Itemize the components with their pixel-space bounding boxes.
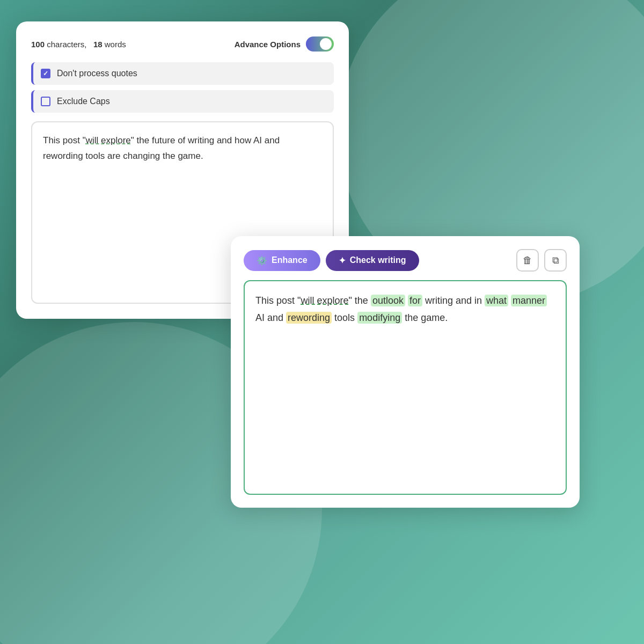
output-card: ⚙️ Enhance ✦ Check writing 🗑 ⧉ This post… <box>231 236 580 508</box>
checkbox-caps[interactable] <box>41 97 50 106</box>
advance-options-container: Advance Options <box>235 36 334 52</box>
action-buttons: ⚙️ Enhance ✦ Check writing <box>244 250 419 271</box>
rewording-word: rewording <box>286 312 332 324</box>
manner-word: manner <box>511 295 547 306</box>
card-header: 100 characters, 18 words Advance Options <box>31 36 334 52</box>
advance-options-toggle[interactable] <box>306 36 334 52</box>
check-icon: ✦ <box>339 255 346 266</box>
will-explore-output: will explore <box>301 295 348 306</box>
check-writing-label: Check writing <box>350 255 406 265</box>
modifying-word: modifying <box>357 312 402 324</box>
delete-icon: 🗑 <box>523 255 532 266</box>
will-explore-text: will explore <box>86 135 131 145</box>
check-writing-button[interactable]: ✦ Check writing <box>326 250 419 271</box>
word-count: 18 <box>93 40 103 49</box>
word-label: words <box>105 40 126 49</box>
utility-buttons: 🗑 ⧉ <box>516 249 567 272</box>
char-word-count: 100 characters, 18 words <box>31 40 126 49</box>
enhance-button[interactable]: ⚙️ Enhance <box>244 250 320 271</box>
input-text-content: This post "will explore" the future of w… <box>43 133 322 164</box>
delete-button[interactable]: 🗑 <box>516 249 539 272</box>
char-count: 100 <box>31 40 45 49</box>
output-text-box: This post "will explore" the outlook for… <box>244 280 567 495</box>
checkbox-quotes[interactable] <box>41 69 50 78</box>
char-label: characters, <box>47 40 86 49</box>
for-word: for <box>408 295 422 306</box>
copy-icon: ⧉ <box>552 255 559 266</box>
copy-button[interactable]: ⧉ <box>544 249 567 272</box>
enhance-label: Enhance <box>272 255 308 265</box>
advance-options-label: Advance Options <box>235 40 301 49</box>
option-caps-label: Exclude Caps <box>57 97 110 106</box>
option-row-quotes[interactable]: Don't process quotes <box>31 62 334 85</box>
option-row-caps[interactable]: Exclude Caps <box>31 90 334 113</box>
what-word: what <box>485 295 508 306</box>
enhance-icon: ⚙️ <box>257 255 267 266</box>
outlook-word: outlook <box>371 295 405 306</box>
option-quotes-label: Don't process quotes <box>57 69 137 78</box>
output-buttons-row: ⚙️ Enhance ✦ Check writing 🗑 ⧉ <box>244 249 567 272</box>
output-text-content: This post "will explore" the outlook for… <box>255 292 555 327</box>
